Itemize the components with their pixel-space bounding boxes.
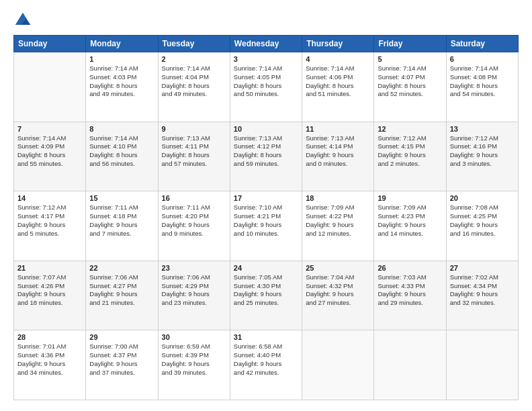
calendar-day-cell: 9Sunrise: 7:13 AMSunset: 4:11 PMDaylight… [158,122,230,191]
calendar-header: SundayMondayTuesdayWednesdayThursdayFrid… [14,36,519,52]
day-info: Sunrise: 7:08 AMSunset: 4:25 PMDaylight:… [450,203,515,238]
calendar-week-row: 14Sunrise: 7:12 AMSunset: 4:17 PMDayligh… [14,191,519,261]
day-number: 7 [17,125,82,133]
calendar-day-cell: 17Sunrise: 7:10 AMSunset: 4:21 PMDayligh… [230,191,302,261]
calendar-day-cell: 5Sunrise: 7:14 AMSunset: 4:07 PMDaylight… [374,52,446,122]
day-of-week-header: Tuesday [158,36,230,52]
day-number: 8 [89,125,154,133]
day-number: 9 [162,125,226,133]
calendar-day-cell: 12Sunrise: 7:12 AMSunset: 4:15 PMDayligh… [374,122,446,191]
day-info: Sunrise: 7:14 AMSunset: 4:10 PMDaylight:… [89,134,154,169]
day-info: Sunrise: 7:09 AMSunset: 4:23 PMDaylight:… [378,203,442,238]
day-number: 30 [162,333,226,341]
day-number: 14 [17,194,82,202]
calendar-body: 1Sunrise: 7:14 AMSunset: 4:03 PMDaylight… [14,52,519,400]
calendar-day-cell: 29Sunrise: 7:00 AMSunset: 4:37 PMDayligh… [86,330,158,400]
calendar-week-row: 1Sunrise: 7:14 AMSunset: 4:03 PMDaylight… [14,52,519,122]
day-info: Sunrise: 7:13 AMSunset: 4:11 PMDaylight:… [162,134,226,169]
header [13,11,519,30]
day-number: 5 [378,55,442,63]
day-number: 15 [89,194,154,202]
day-of-week-header: Saturday [446,36,518,52]
day-info: Sunrise: 7:11 AMSunset: 4:18 PMDaylight:… [89,203,154,238]
calendar-week-row: 21Sunrise: 7:07 AMSunset: 4:26 PMDayligh… [14,261,519,330]
day-number: 16 [162,194,226,202]
calendar-day-cell: 26Sunrise: 7:03 AMSunset: 4:33 PMDayligh… [374,261,446,330]
calendar-day-cell: 25Sunrise: 7:04 AMSunset: 4:32 PMDayligh… [302,261,374,330]
calendar-day-cell: 28Sunrise: 7:01 AMSunset: 4:36 PMDayligh… [14,330,86,400]
day-info: Sunrise: 7:14 AMSunset: 4:09 PMDaylight:… [17,134,82,169]
day-number: 29 [89,333,154,341]
calendar-day-cell: 18Sunrise: 7:09 AMSunset: 4:22 PMDayligh… [302,191,374,261]
calendar-day-cell [374,330,446,400]
calendar-day-cell: 6Sunrise: 7:14 AMSunset: 4:08 PMDaylight… [446,52,518,122]
day-of-week-header: Thursday [302,36,374,52]
day-info: Sunrise: 7:07 AMSunset: 4:26 PMDaylight:… [17,273,82,308]
day-number: 18 [306,194,370,202]
day-info: Sunrise: 7:03 AMSunset: 4:33 PMDaylight:… [378,273,442,308]
day-info: Sunrise: 7:06 AMSunset: 4:29 PMDaylight:… [162,273,226,308]
day-info: Sunrise: 7:13 AMSunset: 4:14 PMDaylight:… [306,134,370,169]
calendar-week-row: 28Sunrise: 7:01 AMSunset: 4:36 PMDayligh… [14,330,519,400]
day-number: 10 [234,125,298,133]
day-number: 22 [89,264,154,272]
day-number: 17 [234,194,298,202]
calendar-day-cell: 14Sunrise: 7:12 AMSunset: 4:17 PMDayligh… [14,191,86,261]
calendar-week-row: 7Sunrise: 7:14 AMSunset: 4:09 PMDaylight… [14,122,519,191]
day-info: Sunrise: 7:05 AMSunset: 4:30 PMDaylight:… [234,273,298,308]
day-info: Sunrise: 6:58 AMSunset: 4:40 PMDaylight:… [234,342,298,377]
calendar-day-cell: 31Sunrise: 6:58 AMSunset: 4:40 PMDayligh… [230,330,302,400]
day-of-week-header: Wednesday [230,36,302,52]
day-info: Sunrise: 7:14 AMSunset: 4:07 PMDaylight:… [378,64,442,99]
day-info: Sunrise: 6:59 AMSunset: 4:39 PMDaylight:… [162,342,226,377]
day-info: Sunrise: 7:12 AMSunset: 4:17 PMDaylight:… [17,203,82,238]
day-number: 6 [450,55,515,63]
day-info: Sunrise: 7:14 AMSunset: 4:03 PMDaylight:… [89,64,154,99]
day-number: 12 [378,125,442,133]
day-info: Sunrise: 7:12 AMSunset: 4:15 PMDaylight:… [378,134,442,169]
day-number: 23 [162,264,226,272]
day-info: Sunrise: 7:14 AMSunset: 4:06 PMDaylight:… [306,64,370,99]
day-info: Sunrise: 7:04 AMSunset: 4:32 PMDaylight:… [306,273,370,308]
day-number: 11 [306,125,370,133]
calendar-day-cell: 1Sunrise: 7:14 AMSunset: 4:03 PMDaylight… [86,52,158,122]
day-number: 2 [162,55,226,63]
day-of-week-header: Monday [86,36,158,52]
calendar-day-cell: 7Sunrise: 7:14 AMSunset: 4:09 PMDaylight… [14,122,86,191]
day-number: 13 [450,125,515,133]
day-number: 19 [378,194,442,202]
calendar-table: SundayMondayTuesdayWednesdayThursdayFrid… [13,35,519,400]
day-info: Sunrise: 7:14 AMSunset: 4:04 PMDaylight:… [162,64,226,99]
day-number: 21 [17,264,82,272]
calendar-day-cell: 3Sunrise: 7:14 AMSunset: 4:05 PMDaylight… [230,52,302,122]
calendar-day-cell: 30Sunrise: 6:59 AMSunset: 4:39 PMDayligh… [158,330,230,400]
logo [13,11,35,30]
day-info: Sunrise: 7:13 AMSunset: 4:12 PMDaylight:… [234,134,298,169]
calendar-day-cell [14,52,86,122]
day-info: Sunrise: 7:06 AMSunset: 4:27 PMDaylight:… [89,273,154,308]
day-info: Sunrise: 7:14 AMSunset: 4:08 PMDaylight:… [450,64,515,99]
day-number: 1 [89,55,154,63]
day-info: Sunrise: 7:12 AMSunset: 4:16 PMDaylight:… [450,134,515,169]
day-number: 3 [234,55,298,63]
day-number: 28 [17,333,82,341]
calendar-day-cell [446,330,518,400]
day-info: Sunrise: 7:09 AMSunset: 4:22 PMDaylight:… [306,203,370,238]
day-number: 31 [234,333,298,341]
calendar-day-cell: 23Sunrise: 7:06 AMSunset: 4:29 PMDayligh… [158,261,230,330]
days-of-week-row: SundayMondayTuesdayWednesdayThursdayFrid… [14,36,519,52]
day-number: 25 [306,264,370,272]
calendar-day-cell [302,330,374,400]
day-number: 24 [234,264,298,272]
day-number: 20 [450,194,515,202]
day-number: 27 [450,264,515,272]
calendar-day-cell: 2Sunrise: 7:14 AMSunset: 4:04 PMDaylight… [158,52,230,122]
calendar-day-cell: 19Sunrise: 7:09 AMSunset: 4:23 PMDayligh… [374,191,446,261]
calendar-day-cell: 21Sunrise: 7:07 AMSunset: 4:26 PMDayligh… [14,261,86,330]
calendar-day-cell: 11Sunrise: 7:13 AMSunset: 4:14 PMDayligh… [302,122,374,191]
day-info: Sunrise: 7:02 AMSunset: 4:34 PMDaylight:… [450,273,515,308]
day-number: 26 [378,264,442,272]
day-number: 4 [306,55,370,63]
calendar-day-cell: 27Sunrise: 7:02 AMSunset: 4:34 PMDayligh… [446,261,518,330]
day-info: Sunrise: 7:10 AMSunset: 4:21 PMDaylight:… [234,203,298,238]
